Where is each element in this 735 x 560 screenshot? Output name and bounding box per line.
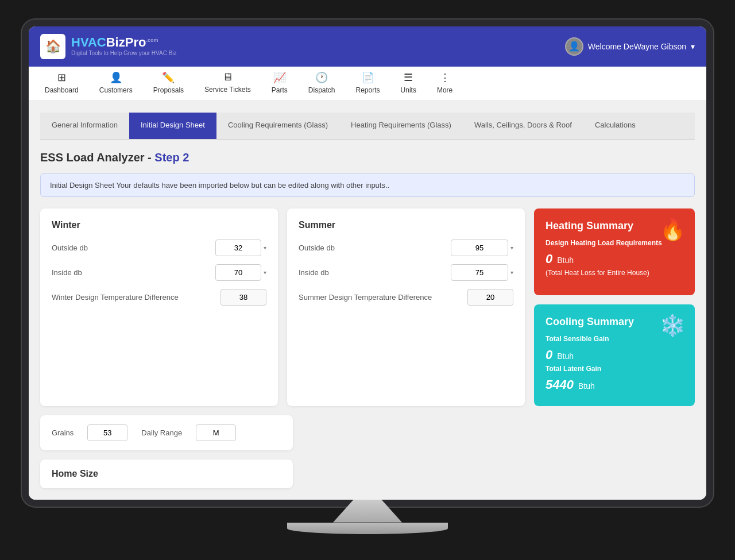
tab-heating-requirements[interactable]: Heating Requirements (Glass): [339, 113, 463, 139]
summer-design-temp-row: Summer Design Temperature Difference: [299, 289, 513, 306]
nav-customers-label: Customers: [99, 86, 133, 94]
winter-outside-db-input[interactable]: [215, 240, 261, 256]
summer-inside-db-input-group: ▾: [451, 264, 513, 281]
summer-outside-db-input-group: ▾: [451, 240, 513, 256]
tab-bar: General Information Initial Design Sheet…: [40, 113, 695, 140]
tab-walls-ceilings[interactable]: Walls, Ceilings, Doors & Roof: [463, 113, 583, 139]
user-dropdown-icon[interactable]: ▾: [691, 42, 695, 51]
heating-value-row: 0 Btuh: [546, 252, 683, 267]
summer-inside-db-arrow[interactable]: ▾: [510, 269, 513, 276]
page-title: ESS Load Analyzer - Step 2: [40, 151, 695, 164]
stand-neck: [333, 500, 402, 523]
nav-dispatch-label: Dispatch: [308, 86, 335, 94]
grains-label: Grains: [52, 428, 74, 437]
cooling-snowflake-icon: ❄️: [660, 314, 686, 338]
winter-title: Winter: [52, 220, 266, 230]
summer-outside-db-input[interactable]: [451, 240, 508, 256]
summer-design-temp-label: Summer Design Temperature Difference: [299, 293, 467, 302]
winter-inside-db-row: Inside db ▾: [52, 264, 266, 281]
winter-inside-db-input-group: ▾: [215, 264, 266, 281]
grains-row: Grains Daily Range: [40, 415, 293, 450]
winter-card: Winter Outside db ▾ Inside db ▾: [40, 208, 278, 406]
sensible-value-row: 0 Btuh: [546, 347, 683, 362]
brand-name: HVACBizPro.com: [71, 36, 177, 49]
winter-outside-db-input-group: ▾: [215, 240, 266, 256]
content-area: General Information Initial Design Sheet…: [29, 101, 706, 500]
home-size-title: Home Size: [52, 469, 281, 479]
summer-design-temp-input[interactable]: [467, 289, 513, 306]
tab-initial-design-sheet[interactable]: Initial Design Sheet: [129, 113, 216, 139]
nav-customers[interactable]: 👤 Customers: [89, 67, 143, 101]
nav-more[interactable]: ⋮ More: [427, 67, 463, 101]
logo-icon: 🏠: [40, 34, 65, 59]
nav-dashboard[interactable]: ⊞ Dashboard: [34, 67, 89, 101]
tab-general-information[interactable]: General Information: [40, 113, 129, 139]
nav-service-tickets-label: Service Tickets: [204, 86, 251, 94]
winter-inside-db-label: Inside db: [52, 268, 215, 277]
tab-cooling-requirements[interactable]: Cooling Requirements (Glass): [216, 113, 339, 139]
nav-units[interactable]: ☰ Units: [390, 67, 427, 101]
latent-unit: Btuh: [578, 381, 595, 391]
nav-parts-label: Parts: [272, 86, 288, 94]
grains-input[interactable]: [87, 424, 127, 441]
heating-description: (Total Heat Loss for Entire House): [546, 269, 683, 277]
top-navigation: 🏠 HVACBizPro.com Digital Tools to Help G…: [29, 26, 706, 67]
dashboard-icon: ⊞: [57, 71, 66, 84]
sensible-value: 0: [546, 347, 552, 362]
summer-inside-db-row: Inside db ▾: [299, 264, 513, 281]
winter-outside-db-row: Outside db ▾: [52, 240, 266, 256]
parts-icon: 📈: [273, 71, 286, 84]
summer-inside-db-input[interactable]: [451, 264, 508, 281]
latent-value: 5440: [546, 377, 574, 392]
winter-design-temp-input[interactable]: [220, 289, 266, 306]
more-icon: ⋮: [440, 71, 450, 84]
user-avatar: 👤: [565, 37, 583, 56]
summer-outside-db-arrow[interactable]: ▾: [510, 245, 513, 251]
stand-base: [287, 523, 448, 534]
heating-summary-card: 🔥 Heating Summary Design Heating Load Re…: [534, 208, 695, 295]
summer-outside-db-label: Outside db: [299, 244, 451, 252]
nav-reports[interactable]: 📄 Reports: [346, 67, 390, 101]
winter-outside-db-arrow[interactable]: ▾: [264, 245, 266, 251]
customers-icon: 👤: [110, 71, 122, 84]
menu-bar: ⊞ Dashboard 👤 Customers ✏️ Proposals 🖥 S…: [29, 67, 706, 101]
nav-dispatch[interactable]: 🕐 Dispatch: [298, 67, 346, 101]
winter-design-temp-input-group: [220, 289, 266, 306]
nav-proposals-label: Proposals: [153, 86, 184, 94]
summer-outside-db-row: Outside db ▾: [299, 240, 513, 256]
nav-reports-label: Reports: [356, 86, 380, 94]
summary-column: 🔥 Heating Summary Design Heating Load Re…: [534, 208, 695, 406]
home-size-card: Home Size: [40, 459, 293, 488]
tab-calculations[interactable]: Calculations: [583, 113, 647, 139]
daily-range-input[interactable]: [196, 424, 236, 441]
units-icon: ☰: [404, 71, 413, 84]
summer-design-temp-input-group: [467, 289, 513, 306]
winter-outside-db-label: Outside db: [52, 244, 215, 252]
reports-icon: 📄: [362, 71, 374, 84]
summer-card: Summer Outside db ▾ Inside db ▾: [287, 208, 525, 406]
nav-dashboard-label: Dashboard: [45, 86, 79, 94]
nav-proposals[interactable]: ✏️ Proposals: [143, 67, 194, 101]
cooling-summary-card: ❄️ Cooling Summary Total Sensible Gain 0…: [534, 304, 695, 406]
sensible-unit: Btuh: [557, 352, 574, 361]
main-cards-row: Winter Outside db ▾ Inside db ▾: [40, 208, 695, 406]
total-latent-label: Total Latent Gain: [546, 365, 683, 373]
service-tickets-icon: 🖥: [222, 71, 233, 83]
heating-flame-icon: 🔥: [660, 218, 686, 242]
daily-range-label: Daily Range: [141, 428, 182, 437]
summer-title: Summer: [299, 220, 513, 230]
logo-area: 🏠 HVACBizPro.com Digital Tools to Help G…: [40, 34, 177, 59]
proposals-icon: ✏️: [162, 71, 175, 84]
summer-inside-db-label: Inside db: [299, 268, 451, 277]
user-welcome-text: Welcome DeWayne Gibson: [588, 42, 686, 51]
nav-units-label: Units: [401, 86, 416, 94]
info-message: Initial Design Sheet Your defaults have …: [40, 173, 695, 197]
latent-value-row: 5440 Btuh: [546, 377, 683, 392]
nav-parts[interactable]: 📈 Parts: [261, 67, 298, 101]
nav-service-tickets[interactable]: 🖥 Service Tickets: [194, 67, 261, 101]
winter-inside-db-arrow[interactable]: ▾: [264, 269, 266, 276]
winter-design-temp-row: Winter Design Temperature Difference: [52, 289, 266, 306]
winter-inside-db-input[interactable]: [215, 264, 261, 281]
winter-design-temp-label: Winter Design Temperature Difference: [52, 293, 220, 302]
nav-more-label: More: [437, 86, 452, 94]
